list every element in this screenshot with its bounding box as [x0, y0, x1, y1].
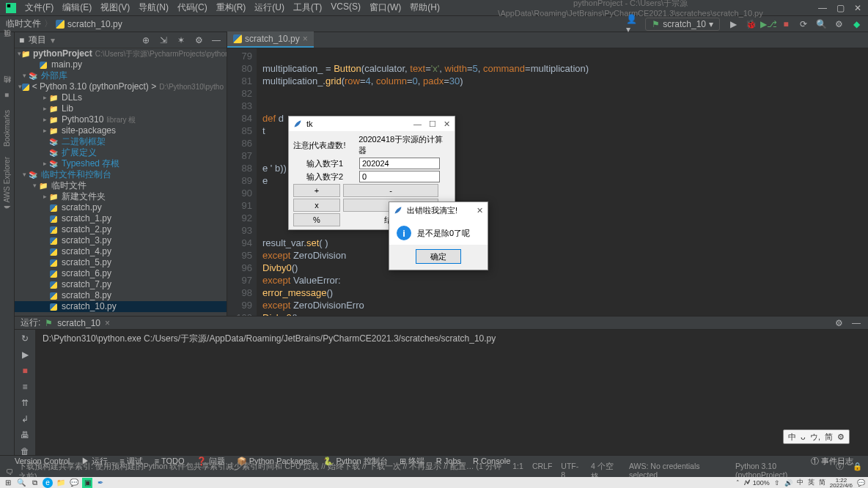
- tray-ime3[interactable]: 简: [819, 478, 825, 487]
- debug-button[interactable]: 🐞: [745, 18, 757, 30]
- minimize-button[interactable]: —: [818, 4, 827, 12]
- codewithme-icon[interactable]: ◆: [850, 18, 862, 30]
- taskview-button[interactable]: ⧉: [29, 478, 40, 488]
- chevron-down-icon[interactable]: ▾: [51, 35, 55, 45]
- run-button[interactable]: ▶: [19, 349, 31, 361]
- tk-input1[interactable]: [359, 158, 440, 169]
- msgbox-close-button[interactable]: ✕: [477, 206, 483, 215]
- settings-icon[interactable]: ⚙: [833, 18, 845, 30]
- explorer-icon[interactable]: 📁: [56, 478, 66, 488]
- tree-row[interactable]: 📚扩展定义: [15, 147, 227, 158]
- tree-row[interactable]: ▸📚Typeshed 存根: [15, 158, 227, 169]
- ime-item[interactable]: ⚙: [837, 432, 845, 442]
- taskbar-clock[interactable]: 1:222022/4/6: [830, 478, 853, 488]
- print-button[interactable]: 🖶: [19, 429, 31, 441]
- breadcrumb-root[interactable]: 临时文件: [6, 18, 41, 30]
- tree-row[interactable]: scratch_4.py: [15, 246, 227, 257]
- collapse-icon[interactable]: ✶: [175, 34, 187, 46]
- tk-titlebar[interactable]: tk — ☐ ✕: [289, 117, 455, 131]
- tree-row[interactable]: scratch.py: [15, 202, 227, 213]
- msgbox-titlebar[interactable]: 出错啦我滴宝! ✕: [389, 202, 488, 218]
- search-icon[interactable]: 🔍: [815, 18, 827, 30]
- ime-item[interactable]: 中: [788, 432, 796, 443]
- wrap-button[interactable]: ↲: [19, 413, 31, 425]
- menu-item[interactable]: 运行(U): [251, 0, 287, 15]
- menu-item[interactable]: 工具(T): [290, 0, 325, 15]
- tray-wifi-icon[interactable]: ⇧: [774, 479, 780, 487]
- update-button[interactable]: ⟳: [798, 18, 809, 30]
- menu-item[interactable]: 重构(R): [213, 0, 249, 15]
- tray-volume-icon[interactable]: 🔊: [784, 479, 792, 487]
- tree-row[interactable]: 📚二进制框架: [15, 136, 227, 147]
- run-button[interactable]: ▶: [727, 18, 739, 30]
- tree-row[interactable]: scratch_7.py: [15, 279, 227, 290]
- structure-tool-tab[interactable]: ■ 结构: [2, 89, 12, 100]
- ime-item[interactable]: ᴗ: [801, 432, 806, 442]
- tree-row[interactable]: ▸📁DLLs: [15, 92, 227, 103]
- rerun-button[interactable]: ↻: [19, 333, 31, 344]
- tree-row[interactable]: ▸📁Lib: [15, 103, 227, 114]
- maximize-button[interactable]: ▢: [836, 4, 845, 12]
- tree-row[interactable]: ▾< Python 3.10 (pythonProject) >D:\Pytho…: [15, 81, 227, 92]
- tree-row[interactable]: scratch_2.py: [15, 224, 227, 235]
- expand-icon[interactable]: ⇲: [158, 34, 169, 46]
- gear-icon[interactable]: ⚙: [193, 34, 205, 46]
- menu-item[interactable]: VCS(S): [328, 0, 364, 15]
- tray-notifications-icon[interactable]: 💬: [857, 479, 865, 487]
- close-tab-icon[interactable]: ×: [303, 34, 308, 44]
- breadcrumb-file[interactable]: scratch_10.py: [67, 19, 122, 29]
- bookmarks-tool-tab[interactable]: Bookmarks: [3, 110, 11, 147]
- tree-row[interactable]: scratch_1.py: [15, 213, 227, 224]
- edge-icon[interactable]: e: [43, 478, 53, 488]
- tree-row[interactable]: ▸📁Python310library 根: [15, 114, 227, 125]
- tk-maximize-button[interactable]: ☐: [429, 119, 436, 129]
- stop-button[interactable]: ■: [780, 18, 792, 30]
- coverage-button[interactable]: ▶⎇: [762, 18, 774, 30]
- tk-minimize-button[interactable]: —: [413, 119, 422, 129]
- close-icon[interactable]: ×: [105, 318, 110, 328]
- tree-row[interactable]: ▾📚临时文件和控制台: [15, 169, 227, 180]
- hide-icon[interactable]: —: [210, 34, 222, 46]
- stop-button[interactable]: ■: [19, 365, 31, 377]
- feather-taskbar-icon[interactable]: ✒: [95, 478, 106, 488]
- tree-row[interactable]: scratch_8.py: [15, 290, 227, 301]
- aws-explorer-tool-tab[interactable]: ☁ AWS Explorer: [3, 157, 11, 212]
- tree-row[interactable]: ▸📁site-packages: [15, 125, 227, 136]
- tray-ime1[interactable]: 中: [797, 478, 803, 487]
- tree-row[interactable]: main.py: [15, 59, 227, 70]
- run-config-selector[interactable]: ⚑ scratch_10 ▾: [645, 18, 720, 31]
- tree-row[interactable]: scratch_10.py: [15, 301, 227, 312]
- up-button[interactable]: ⇈: [19, 397, 31, 409]
- tree-row[interactable]: ▾📚外部库: [15, 70, 227, 81]
- user-icon[interactable]: 👤▾: [626, 18, 638, 30]
- locate-icon[interactable]: ⊕: [140, 34, 152, 46]
- run-console[interactable]: D:\Python310\python.exe C:/Users/于宗源/App…: [35, 330, 868, 457]
- tree-row[interactable]: scratch_5.py: [15, 257, 227, 268]
- tree-row[interactable]: ▸📁新建文件夹: [15, 191, 227, 202]
- ime-item[interactable]: 简: [825, 432, 833, 443]
- ime-toolbar[interactable]: 中ᴗウ,简⚙: [783, 429, 850, 444]
- tray-battery[interactable]: 🗲 100%: [744, 479, 770, 487]
- notification-icon[interactable]: 🗨: [6, 467, 14, 476]
- layout-button[interactable]: ≡: [19, 381, 31, 393]
- tree-row[interactable]: ▾📁pythonProjectC:\Users\于宗源\PycharmProje…: [15, 48, 227, 59]
- menu-item[interactable]: 编辑(E): [59, 0, 95, 15]
- menu-item[interactable]: 窗口(W): [367, 0, 404, 15]
- menu-item[interactable]: 导航(N): [136, 0, 172, 15]
- tk-mul-button[interactable]: x: [293, 199, 340, 212]
- tk-plus-button[interactable]: +: [293, 184, 340, 197]
- menu-item[interactable]: 视图(V): [98, 0, 133, 15]
- tray-show-hidden[interactable]: ˄: [736, 479, 740, 487]
- menu-item[interactable]: 文件(F): [22, 0, 56, 15]
- tray-ime2[interactable]: 英: [808, 478, 814, 487]
- gear-icon[interactable]: ⚙: [833, 317, 845, 329]
- search-button[interactable]: 🔍: [16, 478, 26, 488]
- ime-item[interactable]: ウ,: [810, 432, 820, 443]
- menu-item[interactable]: 代码(C): [174, 0, 210, 15]
- tk-minus-button[interactable]: -: [343, 184, 438, 197]
- tree-row[interactable]: ▾📁临时文件: [15, 180, 227, 191]
- tree-row[interactable]: scratch_3.py: [15, 235, 227, 246]
- tk-mod-button[interactable]: %: [293, 213, 340, 226]
- tree-row[interactable]: scratch_6.py: [15, 268, 227, 279]
- menu-item[interactable]: 帮助(H): [407, 0, 443, 15]
